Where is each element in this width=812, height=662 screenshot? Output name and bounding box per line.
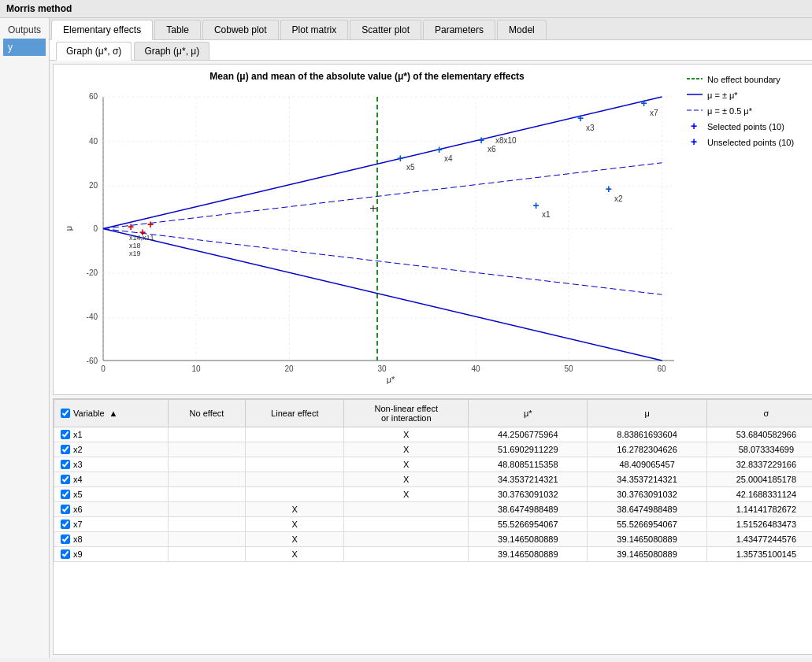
svg-text:+: + (691, 121, 697, 131)
col-header-linear: Linear effect (246, 400, 344, 427)
svg-text:x5: x5 (406, 163, 415, 172)
table-section: Variable ▲ No effect Linear effect Non-l… (53, 398, 812, 655)
svg-text:60: 60 (657, 364, 666, 373)
checkbox-x1[interactable] (61, 430, 70, 439)
cell-nonlinear-x6 (344, 502, 469, 517)
col-header-mu-star: μ* (469, 400, 588, 427)
cell-mu-star-x1: 44.2506775964 (469, 427, 588, 442)
col-header-no-effect: No effect (168, 400, 245, 427)
cell-sigma-x8: 1.43477244576 (706, 532, 812, 547)
cell-variable-x2: x2 (54, 442, 169, 457)
svg-text:+: + (436, 143, 443, 156)
checkbox-x7[interactable] (61, 520, 70, 529)
svg-text:x19: x19 (129, 250, 141, 257)
sidebar-item-y[interactable]: y (3, 39, 46, 56)
legend-selected-color: + (687, 121, 703, 132)
cell-no-effect-x5 (168, 487, 245, 502)
svg-text:+: + (478, 134, 484, 146)
tab-parameters[interactable]: Parameters (423, 20, 495, 39)
cell-sigma-x4: 25.0004185178 (706, 472, 812, 487)
cell-mu-star-x7: 55.5266954067 (469, 517, 588, 532)
cell-linear-x9: X (246, 547, 344, 562)
sub-tab-bar: Graph (μ*, σ) Graph (μ*, μ) (50, 40, 812, 61)
select-all-checkbox[interactable] (61, 409, 70, 418)
legend-mu-half-label: μ = ± 0.5 μ* (707, 106, 752, 116)
col-header-sigma: σ (706, 400, 812, 427)
checkbox-x5[interactable] (61, 490, 70, 499)
svg-text:20: 20 (89, 181, 98, 190)
table-row: x3 X 48.8085115358 48.409065457 32.83372… (54, 457, 812, 472)
svg-text:+: + (640, 97, 647, 109)
legend-unselected: + Unselected points (10) (687, 137, 812, 148)
checkbox-x4[interactable] (61, 475, 70, 484)
app-title: Morris method (6, 3, 72, 14)
checkbox-x6[interactable] (61, 505, 70, 514)
cell-linear-x6: X (246, 502, 344, 517)
svg-text:40: 40 (89, 137, 98, 146)
checkbox-x3[interactable] (61, 460, 70, 469)
svg-text:x18: x18 (129, 242, 141, 250)
svg-text:+: + (532, 199, 539, 212)
tab-table[interactable]: Table (154, 20, 201, 39)
cell-variable-x7: x7 (54, 517, 169, 532)
checkbox-x2[interactable] (61, 445, 70, 454)
tab-plot-matrix[interactable]: Plot matrix (280, 20, 349, 39)
cell-mu-star-x5: 30.3763091032 (469, 487, 588, 502)
svg-text:30: 30 (377, 364, 387, 373)
cell-mu-x2: 16.2782304626 (588, 442, 706, 457)
cell-variable-x9: x9 (54, 547, 169, 562)
svg-text:20: 20 (284, 364, 294, 373)
table-row: x1 X 44.2506775964 8.83861693604 53.6840… (54, 427, 812, 442)
main-tab-bar: Elementary effects Table Cobweb plot Plo… (50, 18, 812, 40)
cell-nonlinear-x4: X (344, 472, 469, 487)
svg-text:x14,x11: x14,x11 (129, 234, 154, 242)
col-header-mu: μ (588, 400, 706, 427)
cell-mu-star-x9: 39.1465080889 (469, 547, 588, 562)
cell-linear-x3 (246, 457, 344, 472)
cell-linear-x7: X (246, 517, 344, 532)
cell-no-effect-x3 (168, 457, 245, 472)
svg-text:+: + (128, 220, 134, 233)
svg-text:-40: -40 (87, 313, 98, 321)
cell-sigma-x2: 58.073334699 (706, 442, 812, 457)
legend-no-effect-color (687, 74, 703, 85)
svg-text:+: + (369, 202, 376, 215)
cell-linear-x2 (246, 442, 344, 457)
checkbox-x8[interactable] (61, 534, 70, 544)
tab-elementary-effects[interactable]: Elementary effects (51, 20, 153, 40)
svg-text:x2: x2 (614, 194, 623, 203)
cell-mu-x8: 39.1465080889 (588, 532, 706, 547)
sub-tab-graph-mu-star-mu[interactable]: Graph (μ*, μ) (134, 42, 209, 60)
svg-text:+: + (397, 152, 403, 165)
cell-mu-star-x3: 48.8085115358 (469, 457, 588, 472)
legend-unselected-label: Unselected points (10) (707, 138, 794, 147)
cell-nonlinear-x1: X (344, 427, 469, 442)
chart-svg: 60 40 20 0 -20 -40 -60 0 10 20 30 40 50 … (60, 85, 674, 388)
cell-nonlinear-x2: X (344, 442, 469, 457)
table-row: x6 X 38.6474988489 38.6474988489 1.14141… (54, 502, 812, 517)
sub-tab-graph-mu-star-sigma[interactable]: Graph (μ*, σ) (56, 42, 132, 61)
table-row: x2 X 51.6902911229 16.2782304626 58.0733… (54, 442, 812, 457)
checkbox-x9[interactable] (61, 549, 70, 559)
svg-text:x7: x7 (650, 109, 658, 117)
cell-mu-x3: 48.409065457 (588, 457, 706, 472)
cell-sigma-x9: 1.35735100145 (706, 547, 812, 562)
content-area: Elementary effects Table Cobweb plot Plo… (50, 18, 812, 658)
cell-linear-x4 (246, 472, 344, 487)
legend-mu-half-line: μ = ± 0.5 μ* (687, 105, 812, 116)
cell-no-effect-x9 (168, 547, 245, 562)
legend-no-effect: No effect boundary (687, 74, 812, 85)
tab-model[interactable]: Model (497, 20, 547, 39)
cell-mu-x9: 39.1465080889 (588, 547, 706, 562)
svg-text:x1: x1 (542, 210, 551, 219)
tab-scatter-plot[interactable]: Scatter plot (350, 20, 421, 39)
table-row: x8 X 39.1465080889 39.1465080889 1.43477… (54, 532, 812, 547)
table-row: x4 X 34.3537214321 34.3537214321 25.0004… (54, 472, 812, 487)
svg-text:+: + (691, 137, 697, 146)
col-header-nonlinear: Non-linear effector interaction (344, 400, 469, 427)
cell-variable-x4: x4 (54, 472, 169, 487)
table-row: x5 X 30.3763091032 30.3763091032 42.1688… (54, 487, 812, 502)
svg-text:x3: x3 (586, 124, 595, 132)
tab-cobweb-plot[interactable]: Cobweb plot (202, 20, 279, 39)
legend-selected-label: Selected points (10) (707, 122, 784, 131)
